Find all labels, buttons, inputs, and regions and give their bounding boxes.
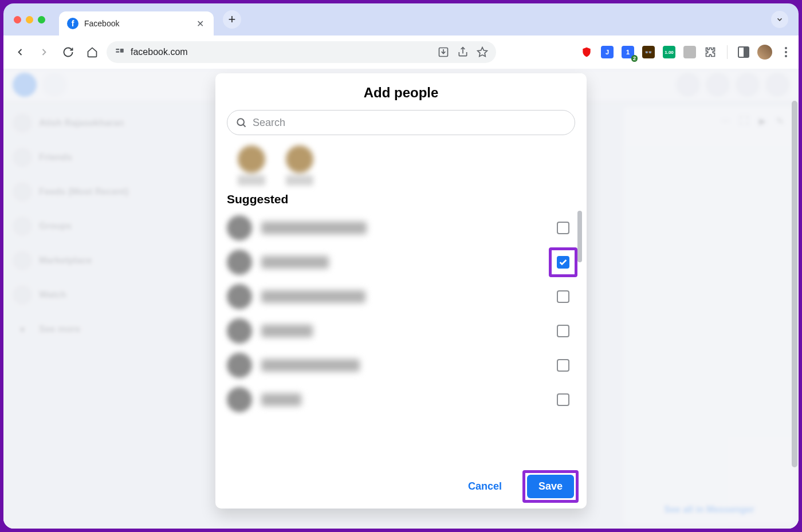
modal-footer: Cancel Save — [215, 467, 587, 509]
svg-rect-2 — [120, 49, 124, 53]
suggested-person-row[interactable] — [227, 348, 581, 383]
person-avatar — [227, 215, 252, 241]
browser-menu-button[interactable] — [780, 47, 792, 57]
person-avatar — [227, 250, 252, 275]
selected-person-chip[interactable] — [236, 145, 267, 186]
forward-button[interactable] — [34, 42, 54, 62]
person-name — [261, 393, 301, 406]
person-checkbox[interactable] — [557, 325, 569, 337]
suggested-person-row[interactable] — [227, 314, 581, 348]
extensions-menu-button[interactable] — [704, 46, 717, 58]
person-name — [261, 359, 360, 372]
modal-title: Add people — [215, 85, 587, 101]
person-name — [261, 290, 365, 303]
search-input[interactable] — [253, 117, 567, 129]
new-tab-button[interactable]: + — [223, 10, 241, 29]
extension-price-icon[interactable]: 1.00 — [663, 46, 675, 58]
person-checkbox[interactable] — [557, 290, 569, 303]
extension-reader-icon[interactable]: 👓 — [642, 46, 655, 58]
person-avatar — [227, 284, 252, 309]
suggested-person-row[interactable] — [227, 245, 581, 279]
selected-person-chip[interactable] — [284, 145, 315, 186]
svg-point-7 — [237, 119, 244, 125]
suggested-list — [215, 211, 587, 417]
person-avatar — [227, 318, 252, 344]
person-name — [261, 222, 367, 234]
back-button[interactable] — [10, 42, 30, 62]
svg-marker-6 — [478, 48, 488, 57]
person-avatar — [227, 387, 252, 412]
search-icon — [235, 117, 247, 128]
person-checkbox[interactable] — [557, 359, 569, 372]
extension-gray-icon[interactable] — [683, 46, 696, 58]
extension-onetab-icon[interactable]: 12 — [622, 46, 634, 58]
person-checkbox[interactable] — [557, 222, 569, 234]
search-box[interactable] — [227, 110, 575, 135]
address-text: facebook.com — [131, 47, 188, 57]
suggested-person-row[interactable] — [227, 383, 581, 417]
address-bar[interactable]: facebook.com — [107, 41, 496, 63]
home-button[interactable] — [82, 42, 102, 62]
selected-people-row — [215, 135, 587, 189]
bookmark-icon[interactable] — [477, 46, 488, 58]
suggested-heading: Suggested — [215, 189, 587, 211]
add-people-modal: Add people Suggested — [215, 73, 587, 509]
svg-line-8 — [243, 125, 246, 127]
separator — [727, 45, 728, 59]
suggested-person-row[interactable] — [227, 279, 581, 314]
person-name — [261, 256, 329, 269]
extensions-row: J 12 👓 1.00 — [580, 45, 792, 60]
suggested-person-row[interactable] — [227, 211, 581, 245]
svg-rect-1 — [116, 52, 119, 53]
person-name — [261, 325, 313, 337]
browser-toolbar: facebook.com J 12 👓 1.00 — [3, 36, 799, 69]
profile-avatar-button[interactable] — [757, 45, 772, 60]
modal-container: Add people Suggested — [3, 69, 799, 529]
person-checkbox[interactable] — [557, 393, 569, 406]
sidepanel-toggle-button[interactable] — [738, 46, 749, 58]
install-app-icon[interactable] — [438, 46, 449, 58]
reload-button[interactable] — [58, 42, 78, 62]
browser-tab-title: Facebook — [84, 19, 188, 28]
window-controls — [14, 16, 45, 23]
svg-rect-0 — [116, 49, 119, 50]
extension-j-icon[interactable]: J — [601, 46, 614, 58]
tabs-overflow-button[interactable] — [771, 11, 788, 28]
browser-window: f Facebook ✕ + facebook.com — [3, 3, 799, 529]
person-avatar — [227, 353, 252, 378]
save-button[interactable]: Save — [527, 475, 574, 498]
close-tab-button[interactable]: ✕ — [194, 18, 206, 29]
close-window-button[interactable] — [14, 16, 21, 23]
browser-tab[interactable]: f Facebook ✕ — [59, 11, 214, 36]
page-content: Atish Rajasekharan Friends Feeds (Most R… — [3, 69, 799, 529]
maximize-window-button[interactable] — [38, 16, 45, 23]
window-titlebar: f Facebook ✕ + — [3, 3, 799, 36]
facebook-favicon-icon: f — [67, 18, 78, 29]
share-icon[interactable] — [457, 46, 469, 58]
minimize-window-button[interactable] — [26, 16, 33, 23]
site-settings-icon[interactable] — [115, 47, 125, 57]
modal-scrollbar-thumb[interactable] — [577, 211, 582, 262]
person-checkbox[interactable] — [557, 256, 569, 269]
extension-adblock-icon[interactable] — [580, 46, 593, 58]
cancel-button[interactable]: Cancel — [457, 475, 513, 498]
